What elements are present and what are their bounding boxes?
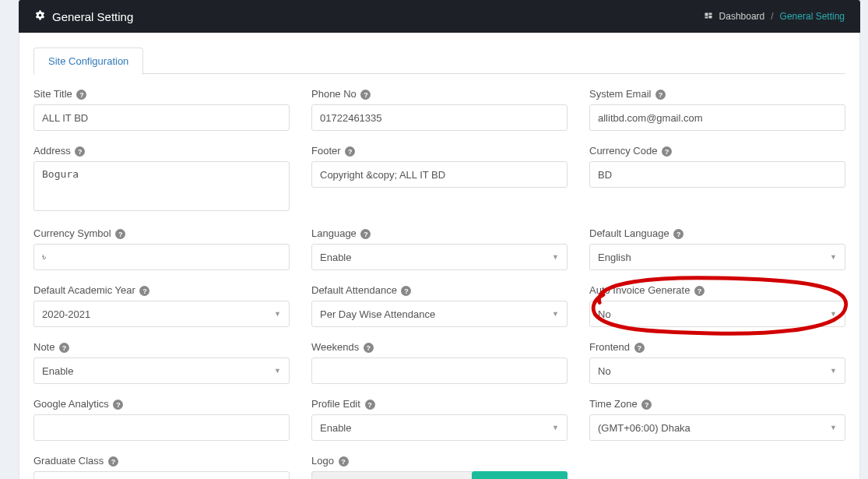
currency-symbol-label: Currency Symbol ? bbox=[33, 227, 290, 239]
help-icon[interactable]: ? bbox=[360, 90, 371, 100]
chevron-down-icon: ▼ bbox=[830, 310, 837, 318]
note-select[interactable]: Enable▼ bbox=[33, 357, 290, 384]
page-header: General Setting Dashboard / General Sett… bbox=[19, 0, 860, 33]
help-icon[interactable]: ? bbox=[108, 456, 118, 467]
help-icon[interactable]: ? bbox=[360, 229, 371, 239]
time-zone-label: Time Zone ? bbox=[589, 398, 845, 410]
system-email-input[interactable] bbox=[589, 104, 845, 131]
google-analytics-label: Google Analytics ? bbox=[33, 398, 290, 410]
time-zone-select[interactable]: (GMT+06:00) Dhaka▼ bbox=[589, 414, 845, 441]
help-icon[interactable]: ? bbox=[139, 286, 149, 296]
help-icon[interactable]: ? bbox=[76, 90, 86, 100]
page-title: General Setting bbox=[52, 10, 133, 23]
chevron-down-icon: ▼ bbox=[830, 367, 837, 375]
breadcrumb-dashboard[interactable]: Dashboard bbox=[719, 11, 765, 22]
frontend-label: Frontend ? bbox=[589, 341, 845, 353]
help-icon[interactable]: ? bbox=[115, 229, 125, 239]
logo-label: Logo ? bbox=[311, 455, 568, 467]
default-language-label: Default Language ? bbox=[589, 227, 845, 239]
default-academic-year-label: Default Academic Year ? bbox=[33, 284, 290, 296]
logo-file-path bbox=[311, 471, 472, 479]
help-icon[interactable]: ? bbox=[365, 400, 375, 410]
settings-panel: Site Configuration Site Title ? Phone No… bbox=[19, 33, 860, 479]
help-icon[interactable]: ? bbox=[641, 400, 652, 410]
profile-edit-select[interactable]: Enable▼ bbox=[311, 414, 568, 441]
chevron-down-icon: ▼ bbox=[274, 367, 281, 375]
language-label: Language ? bbox=[311, 227, 568, 239]
help-icon[interactable]: ? bbox=[401, 286, 411, 296]
auto-invoice-generate-select[interactable]: No▼ bbox=[589, 301, 845, 327]
google-analytics-input[interactable] bbox=[33, 414, 290, 441]
help-icon[interactable]: ? bbox=[673, 229, 684, 239]
chevron-down-icon: ▼ bbox=[830, 424, 837, 431]
footer-input[interactable] bbox=[311, 161, 568, 188]
weekends-input[interactable] bbox=[311, 357, 568, 384]
breadcrumb-current: General Setting bbox=[780, 11, 845, 22]
help-icon[interactable]: ? bbox=[694, 286, 705, 296]
phone-no-label: Phone No ? bbox=[311, 88, 568, 100]
default-language-select[interactable]: English▼ bbox=[589, 244, 845, 270]
system-email-label: System Email ? bbox=[589, 88, 845, 100]
graduate-class-label: Graduate Class ? bbox=[33, 455, 290, 467]
default-attendance-select[interactable]: Per Day Wise Attendance▼ bbox=[311, 301, 568, 327]
breadcrumb-separator: / bbox=[771, 11, 773, 22]
language-select[interactable]: Enable▼ bbox=[311, 244, 568, 270]
file-browse-button[interactable]: File Browse bbox=[472, 471, 568, 479]
default-academic-year-select[interactable]: 2020-2021▼ bbox=[33, 301, 290, 327]
frontend-select[interactable]: No▼ bbox=[589, 357, 845, 384]
dashboard-icon bbox=[704, 11, 713, 23]
chevron-down-icon: ▼ bbox=[274, 310, 281, 318]
chevron-down-icon: ▼ bbox=[552, 253, 559, 261]
address-input[interactable]: Bogura bbox=[33, 161, 290, 211]
help-icon[interactable]: ? bbox=[655, 90, 666, 100]
currency-code-label: Currency Code ? bbox=[589, 145, 845, 157]
default-attendance-label: Default Attendance ? bbox=[311, 284, 568, 296]
tabs: Site Configuration bbox=[33, 47, 845, 74]
graduate-class-select[interactable]: Select Class▼ bbox=[33, 471, 290, 479]
help-icon[interactable]: ? bbox=[59, 343, 69, 353]
phone-no-input[interactable] bbox=[311, 104, 568, 131]
profile-edit-label: Profile Edit ? bbox=[311, 398, 568, 410]
tab-site-configuration[interactable]: Site Configuration bbox=[33, 48, 143, 75]
footer-label: Footer ? bbox=[311, 145, 568, 157]
help-icon[interactable]: ? bbox=[113, 400, 123, 410]
help-icon[interactable]: ? bbox=[634, 343, 645, 353]
currency-symbol-input[interactable] bbox=[33, 244, 290, 270]
chevron-down-icon: ▼ bbox=[552, 424, 559, 431]
help-icon[interactable]: ? bbox=[662, 146, 672, 157]
chevron-down-icon: ▼ bbox=[552, 310, 559, 318]
gears-icon bbox=[34, 9, 46, 23]
weekends-label: Weekends ? bbox=[311, 341, 568, 353]
note-label: Note ? bbox=[33, 341, 290, 353]
help-icon[interactable]: ? bbox=[364, 343, 374, 353]
help-icon[interactable]: ? bbox=[345, 146, 355, 157]
currency-code-input[interactable] bbox=[589, 161, 845, 188]
breadcrumb: Dashboard / General Setting bbox=[704, 11, 845, 23]
site-title-label: Site Title ? bbox=[33, 88, 290, 100]
help-icon[interactable]: ? bbox=[339, 456, 349, 467]
help-icon[interactable]: ? bbox=[75, 146, 85, 157]
auto-invoice-generate-label: Auto Invoice Generate ? bbox=[589, 284, 845, 296]
site-title-input[interactable] bbox=[33, 104, 290, 131]
chevron-down-icon: ▼ bbox=[830, 253, 837, 261]
address-label: Address ? bbox=[33, 145, 290, 157]
